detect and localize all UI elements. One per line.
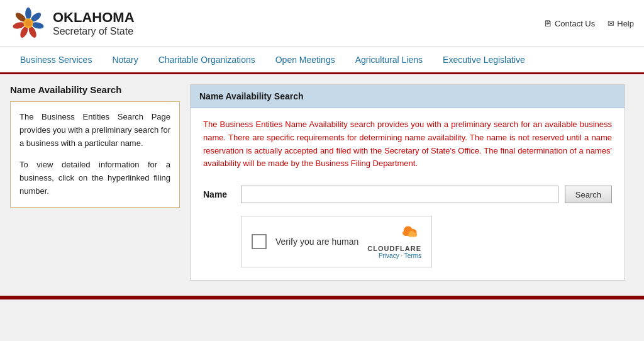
help-link[interactable]: ✉ Help xyxy=(608,19,634,28)
svg-point-8 xyxy=(25,20,31,26)
logo-area: OKLAHOMA Secretary of State xyxy=(10,5,135,42)
nav-item-notary[interactable]: Notary xyxy=(102,47,148,72)
header-links: 🖹 Contact Us ✉ Help xyxy=(544,19,634,28)
cf-terms-link[interactable]: Terms xyxy=(404,252,421,259)
sidebar: Name Availability Search The Business En… xyxy=(10,84,180,281)
logo-text: OKLAHOMA Secretary of State xyxy=(53,9,135,37)
search-row: Name Search xyxy=(203,186,612,203)
logo-sos: Secretary of State xyxy=(53,26,135,37)
nav-item-open-meetings[interactable]: Open Meetings xyxy=(265,47,345,72)
name-input[interactable] xyxy=(241,186,558,203)
search-button[interactable]: Search xyxy=(565,186,612,203)
cf-links: Privacy · Terms xyxy=(379,252,421,259)
cloudflare-widget: Verify you are human CLOUDFLARE Privacy … xyxy=(241,216,432,267)
cf-checkbox[interactable] xyxy=(252,234,267,249)
sidebar-description-2: To view detailed information for a busin… xyxy=(19,159,170,198)
cf-brand-name: CLOUDFLARE xyxy=(367,245,421,252)
sidebar-description-1: The Business Entities Search Page provid… xyxy=(19,111,170,150)
name-label: Name xyxy=(203,189,235,199)
nav-item-charitable-organizations[interactable]: Charitable Organizations xyxy=(148,47,265,72)
sos-logo-icon xyxy=(10,5,47,42)
navigation-bar: Business Services Notary Charitable Orga… xyxy=(0,47,644,74)
cf-verify-label: Verify you are human xyxy=(275,237,358,247)
nav-item-business-services[interactable]: Business Services xyxy=(10,47,102,72)
help-icon: ✉ xyxy=(608,19,614,28)
cf-cloud-icon xyxy=(396,224,421,245)
cf-privacy-link[interactable]: Privacy xyxy=(379,252,399,259)
help-label: Help xyxy=(617,19,634,28)
svg-point-0 xyxy=(25,8,31,20)
search-panel: Name Availability Search The Business En… xyxy=(190,84,625,281)
header: OKLAHOMA Secretary of State 🖹 Contact Us… xyxy=(0,0,644,47)
contact-us-link[interactable]: 🖹 Contact Us xyxy=(544,19,595,28)
nav-item-agricultural-liens[interactable]: Agricultural Liens xyxy=(345,47,433,72)
sidebar-box: The Business Entities Search Page provid… xyxy=(10,101,180,208)
cf-logo-area: CLOUDFLARE Privacy · Terms xyxy=(367,224,421,259)
nav-item-executive-legislative[interactable]: Executive Legislative xyxy=(433,47,535,72)
search-panel-title: Name Availability Search xyxy=(191,85,625,108)
contact-icon: 🖹 xyxy=(544,19,552,28)
bottom-bar xyxy=(0,296,644,299)
sidebar-title: Name Availability Search xyxy=(10,84,180,95)
logo-oklahoma: OKLAHOMA xyxy=(53,9,135,26)
contact-us-label: Contact Us xyxy=(555,19,595,28)
main-content: Name Availability Search The Business En… xyxy=(0,74,635,291)
search-panel-body: The Business Entities Name Availability … xyxy=(191,108,625,280)
search-description: The Business Entities Name Availability … xyxy=(203,118,612,170)
cf-separator: · xyxy=(399,252,404,259)
